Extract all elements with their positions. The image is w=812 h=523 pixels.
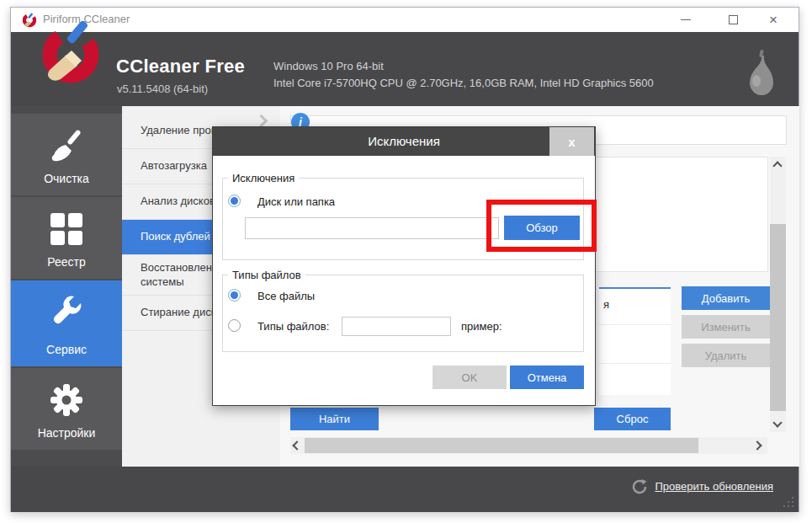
refresh-icon [630, 478, 649, 496]
close-window-button[interactable]: × [755, 8, 792, 32]
wrench-icon [48, 294, 85, 331]
group-label: Типы файлов [228, 269, 305, 281]
sidebar-item-label: Реестр [47, 255, 86, 269]
resize-grip[interactable] [783, 497, 793, 507]
scroll-down-icon[interactable] [772, 418, 782, 427]
criteria-table-fragment: я [599, 287, 671, 395]
example-label: пример: [461, 320, 502, 333]
dialog-title: Исключения [213, 134, 595, 148]
radio-file-types-label: Типы файлов: [257, 320, 329, 333]
maximize-button[interactable] [714, 8, 751, 32]
scroll-right-icon[interactable] [752, 440, 762, 450]
reset-button[interactable]: Сброс [594, 408, 671, 430]
radio-disk-label: Диск или папка [257, 195, 335, 208]
minimize-button[interactable] [667, 8, 704, 32]
sidebar-item-options[interactable]: Настройки [11, 368, 122, 450]
check-updates-link[interactable]: Проверить обновления [655, 480, 773, 493]
registry-icon [48, 211, 85, 248]
delete-button[interactable]: Удалить [682, 344, 770, 367]
horizontal-scrollbar[interactable] [290, 437, 767, 454]
scroll-left-icon[interactable] [292, 440, 301, 450]
sidebar-item-tools[interactable]: Сервис [11, 280, 122, 366]
title-bar: Piriform CCleaner × [11, 8, 799, 32]
footer-bar: Проверить обновления [11, 467, 799, 512]
sidebar-item-label: Сервис [46, 343, 87, 356]
cancel-button[interactable]: Отмена [510, 366, 584, 389]
vertical-scroll-thumb[interactable] [770, 224, 786, 411]
radio-disk-or-folder[interactable] [228, 195, 241, 207]
vertical-scrollbar[interactable] [770, 157, 786, 432]
path-input[interactable] [245, 217, 499, 239]
add-button[interactable]: Добавить [682, 286, 770, 310]
system-os-info: Windows 10 Pro 64-bit [273, 60, 384, 72]
app-name: CCleaner Free [116, 56, 245, 77]
piriform-pear-icon [743, 49, 778, 96]
radio-file-types[interactable] [228, 319, 241, 332]
sidebar-item-cleaner[interactable]: Очистка [11, 114, 122, 195]
exclusions-dialog: Исключения x Исключения Диск или папка О… [212, 126, 596, 406]
radio-all-files[interactable] [228, 289, 241, 302]
ok-button[interactable]: OK [433, 366, 507, 389]
group-label: Исключения [228, 172, 299, 184]
find-button[interactable]: Найти [290, 408, 379, 430]
file-types-input[interactable] [342, 317, 451, 336]
gear-icon [48, 382, 85, 419]
ccleaner-mini-icon [21, 12, 38, 29]
annotation-highlight-rectangle [486, 200, 597, 252]
app-version: v5.11.5408 (64-bit) [117, 83, 208, 95]
brush-icon [48, 127, 85, 164]
system-hardware-info: Intel Core i7-5700HQ CPU @ 2.70GHz, 16,0… [273, 77, 654, 89]
sidebar-item-registry[interactable]: Реестр [11, 197, 122, 279]
sidebar-nav: Очистка Реестр Сервис [11, 106, 122, 467]
sidebar-item-label: Настройки [38, 426, 96, 440]
app-header: CCleaner Free v5.11.5408 (64-bit) Window… [11, 32, 799, 106]
scroll-up-icon[interactable] [772, 161, 782, 170]
table-cell: я [603, 298, 609, 311]
filetypes-group: Типы файлов [222, 275, 584, 352]
sidebar-item-label: Очистка [44, 172, 89, 185]
horizontal-scroll-thumb[interactable] [305, 438, 698, 453]
ccleaner-logo-icon [36, 18, 105, 87]
edit-button[interactable]: Изменить [682, 315, 770, 339]
dialog-header[interactable]: Исключения x [213, 127, 595, 156]
dialog-close-button[interactable]: x [549, 127, 594, 156]
radio-all-files-label: Все файлы [257, 290, 315, 302]
